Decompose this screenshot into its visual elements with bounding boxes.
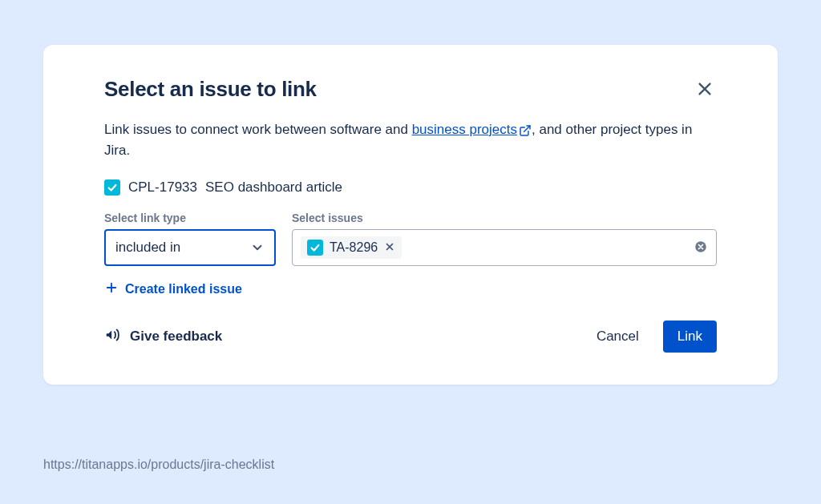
create-linked-label: Create linked issue [125,282,242,296]
external-link-icon [519,124,532,137]
link-type-select[interactable]: included in [104,229,276,266]
chevron-down-icon [250,240,265,255]
svg-line-2 [524,126,530,131]
issue-type-icon [307,240,323,256]
issues-label: Select issues [292,212,717,224]
close-icon [696,80,714,100]
create-linked-issue-button[interactable]: Create linked issue [104,280,242,298]
form-row: Select link type included in Select issu… [104,212,717,266]
context-issue-key: CPL-17933 [128,179,197,196]
issues-input[interactable]: TA-8296 [292,229,717,266]
dialog-header: Select an issue to link [104,77,717,103]
cancel-button[interactable]: Cancel [588,322,647,351]
link-type-field: Select link type included in [104,212,276,266]
issue-chip: TA-8296 [301,236,402,259]
close-button[interactable] [693,77,717,103]
source-url: https://titanapps.io/products/jira-check… [43,458,274,472]
dialog-title: Select an issue to link [104,77,317,102]
give-feedback-button[interactable]: Give feedback [104,326,222,348]
dialog-description: Link issues to connect work between soft… [104,119,717,160]
link-button[interactable]: Link [663,321,717,353]
context-issue: CPL-17933 SEO dashboard article [104,179,717,196]
clear-all-button[interactable] [694,240,708,256]
issues-field: Select issues TA-8296 [292,212,717,266]
plus-icon [104,280,119,298]
context-issue-summary: SEO dashboard article [205,179,342,196]
link-issue-dialog: Select an issue to link Link issues to c… [43,45,778,385]
dialog-actions: Cancel Link [588,321,717,353]
issue-type-icon [104,179,120,196]
chip-remove-button[interactable] [384,241,395,255]
chip-key: TA-8296 [330,240,378,255]
description-pre: Link issues to connect work between soft… [104,122,412,137]
megaphone-icon [104,326,122,348]
link-type-value: included in [115,240,180,256]
clear-icon [694,240,708,256]
feedback-label: Give feedback [130,329,222,345]
business-projects-link[interactable]: business projects [412,122,532,137]
x-icon [384,241,395,255]
link-type-label: Select link type [104,212,276,224]
dialog-footer: Give feedback Cancel Link [104,321,717,353]
